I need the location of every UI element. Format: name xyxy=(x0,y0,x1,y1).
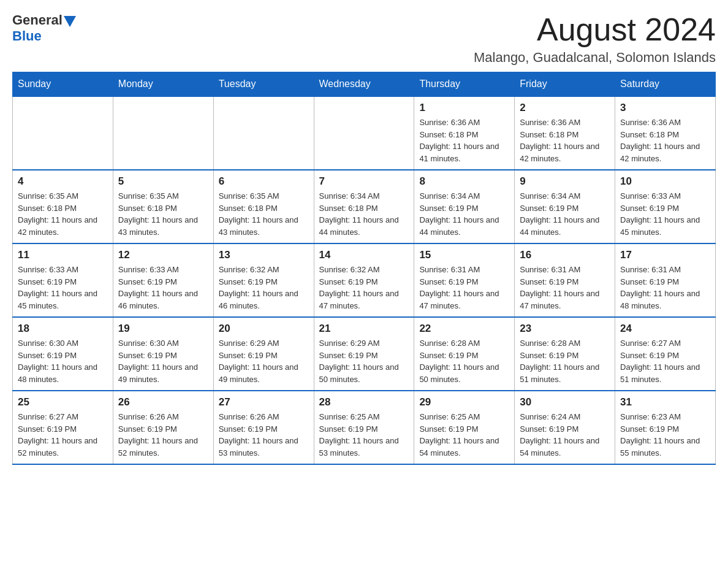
day-number: 9 xyxy=(520,175,610,188)
day-info: Sunrise: 6:33 AM Sunset: 6:19 PM Dayligh… xyxy=(118,264,208,312)
logo-general-text: General xyxy=(12,12,63,28)
calendar-header-wednesday: Wednesday xyxy=(314,72,414,97)
day-number: 26 xyxy=(118,396,208,408)
calendar-cell: 30Sunrise: 6:24 AM Sunset: 6:19 PM Dayli… xyxy=(515,391,615,464)
day-number: 28 xyxy=(319,396,409,408)
calendar-cell: 13Sunrise: 6:32 AM Sunset: 6:19 PM Dayli… xyxy=(213,243,314,317)
day-info: Sunrise: 6:35 AM Sunset: 6:18 PM Dayligh… xyxy=(18,190,108,238)
day-info: Sunrise: 6:24 AM Sunset: 6:19 PM Dayligh… xyxy=(520,411,610,459)
day-number: 10 xyxy=(620,175,710,188)
day-number: 19 xyxy=(118,323,208,335)
day-number: 5 xyxy=(118,175,208,188)
calendar-cell: 2Sunrise: 6:36 AM Sunset: 6:18 PM Daylig… xyxy=(515,96,615,170)
calendar-cell xyxy=(13,96,113,170)
calendar-cell: 29Sunrise: 6:25 AM Sunset: 6:19 PM Dayli… xyxy=(414,391,515,464)
calendar-cell: 18Sunrise: 6:30 AM Sunset: 6:19 PM Dayli… xyxy=(13,317,113,391)
calendar-week-4: 18Sunrise: 6:30 AM Sunset: 6:19 PM Dayli… xyxy=(13,317,716,391)
day-number: 16 xyxy=(520,249,610,261)
day-info: Sunrise: 6:34 AM Sunset: 6:19 PM Dayligh… xyxy=(520,190,610,238)
calendar-cell: 5Sunrise: 6:35 AM Sunset: 6:18 PM Daylig… xyxy=(113,170,213,243)
calendar-header-thursday: Thursday xyxy=(414,72,515,97)
calendar-header-friday: Friday xyxy=(515,72,615,97)
day-info: Sunrise: 6:34 AM Sunset: 6:19 PM Dayligh… xyxy=(419,190,509,238)
day-number: 22 xyxy=(419,323,509,335)
day-number: 29 xyxy=(419,396,509,408)
day-info: Sunrise: 6:27 AM Sunset: 6:19 PM Dayligh… xyxy=(18,411,108,459)
day-info: Sunrise: 6:35 AM Sunset: 6:18 PM Dayligh… xyxy=(118,190,208,238)
day-info: Sunrise: 6:28 AM Sunset: 6:19 PM Dayligh… xyxy=(520,337,610,385)
calendar-cell: 16Sunrise: 6:31 AM Sunset: 6:19 PM Dayli… xyxy=(515,243,615,317)
calendar-table: SundayMondayTuesdayWednesdayThursdayFrid… xyxy=(12,72,716,465)
calendar-cell: 3Sunrise: 6:36 AM Sunset: 6:18 PM Daylig… xyxy=(615,96,716,170)
day-number: 17 xyxy=(620,249,710,261)
day-info: Sunrise: 6:26 AM Sunset: 6:19 PM Dayligh… xyxy=(219,411,309,459)
day-number: 6 xyxy=(219,175,309,188)
day-number: 23 xyxy=(520,323,610,335)
day-number: 8 xyxy=(419,175,509,188)
calendar-cell: 15Sunrise: 6:31 AM Sunset: 6:19 PM Dayli… xyxy=(414,243,515,317)
location-subtitle: Malango, Guadalcanal, Solomon Islands xyxy=(474,50,716,66)
day-number: 24 xyxy=(620,323,710,335)
day-number: 3 xyxy=(620,102,710,114)
calendar-week-3: 11Sunrise: 6:33 AM Sunset: 6:19 PM Dayli… xyxy=(13,243,716,317)
day-info: Sunrise: 6:25 AM Sunset: 6:19 PM Dayligh… xyxy=(319,411,409,459)
calendar-cell: 8Sunrise: 6:34 AM Sunset: 6:19 PM Daylig… xyxy=(414,170,515,243)
page-header: General Blue August 2024 Malango, Guadal… xyxy=(12,12,716,66)
day-info: Sunrise: 6:30 AM Sunset: 6:19 PM Dayligh… xyxy=(18,337,108,385)
calendar-cell: 27Sunrise: 6:26 AM Sunset: 6:19 PM Dayli… xyxy=(213,391,314,464)
day-info: Sunrise: 6:33 AM Sunset: 6:19 PM Dayligh… xyxy=(620,190,710,238)
day-number: 15 xyxy=(419,249,509,261)
calendar-cell: 4Sunrise: 6:35 AM Sunset: 6:18 PM Daylig… xyxy=(13,170,113,243)
calendar-week-1: 1Sunrise: 6:36 AM Sunset: 6:18 PM Daylig… xyxy=(13,96,716,170)
day-info: Sunrise: 6:32 AM Sunset: 6:19 PM Dayligh… xyxy=(319,264,409,312)
calendar-header-tuesday: Tuesday xyxy=(213,72,314,97)
logo-triangle-icon xyxy=(64,16,76,27)
calendar-cell: 9Sunrise: 6:34 AM Sunset: 6:19 PM Daylig… xyxy=(515,170,615,243)
calendar-cell: 6Sunrise: 6:35 AM Sunset: 6:18 PM Daylig… xyxy=(213,170,314,243)
calendar-cell: 7Sunrise: 6:34 AM Sunset: 6:18 PM Daylig… xyxy=(314,170,414,243)
day-info: Sunrise: 6:33 AM Sunset: 6:19 PM Dayligh… xyxy=(18,264,108,312)
day-info: Sunrise: 6:25 AM Sunset: 6:19 PM Dayligh… xyxy=(419,411,509,459)
calendar-cell: 11Sunrise: 6:33 AM Sunset: 6:19 PM Dayli… xyxy=(13,243,113,317)
day-info: Sunrise: 6:29 AM Sunset: 6:19 PM Dayligh… xyxy=(219,337,309,385)
calendar-cell: 21Sunrise: 6:29 AM Sunset: 6:19 PM Dayli… xyxy=(314,317,414,391)
calendar-cell: 25Sunrise: 6:27 AM Sunset: 6:19 PM Dayli… xyxy=(13,391,113,464)
day-number: 14 xyxy=(319,249,409,261)
day-info: Sunrise: 6:28 AM Sunset: 6:19 PM Dayligh… xyxy=(419,337,509,385)
calendar-cell: 26Sunrise: 6:26 AM Sunset: 6:19 PM Dayli… xyxy=(113,391,213,464)
calendar-cell: 14Sunrise: 6:32 AM Sunset: 6:19 PM Dayli… xyxy=(314,243,414,317)
day-number: 4 xyxy=(18,175,108,188)
day-info: Sunrise: 6:36 AM Sunset: 6:18 PM Dayligh… xyxy=(620,117,710,164)
day-info: Sunrise: 6:36 AM Sunset: 6:18 PM Dayligh… xyxy=(520,117,610,164)
calendar-cell: 31Sunrise: 6:23 AM Sunset: 6:19 PM Dayli… xyxy=(615,391,716,464)
day-number: 13 xyxy=(219,249,309,261)
day-number: 30 xyxy=(520,396,610,408)
calendar-cell: 20Sunrise: 6:29 AM Sunset: 6:19 PM Dayli… xyxy=(213,317,314,391)
day-number: 12 xyxy=(118,249,208,261)
calendar-header-monday: Monday xyxy=(113,72,213,97)
calendar-cell: 17Sunrise: 6:31 AM Sunset: 6:19 PM Dayli… xyxy=(615,243,716,317)
day-number: 7 xyxy=(319,175,409,188)
day-info: Sunrise: 6:23 AM Sunset: 6:19 PM Dayligh… xyxy=(620,411,710,459)
day-number: 18 xyxy=(18,323,108,335)
day-info: Sunrise: 6:31 AM Sunset: 6:19 PM Dayligh… xyxy=(620,264,710,312)
day-info: Sunrise: 6:27 AM Sunset: 6:19 PM Dayligh… xyxy=(620,337,710,385)
calendar-cell xyxy=(314,96,414,170)
day-info: Sunrise: 6:36 AM Sunset: 6:18 PM Dayligh… xyxy=(419,117,509,164)
day-number: 2 xyxy=(520,102,610,114)
day-info: Sunrise: 6:35 AM Sunset: 6:18 PM Dayligh… xyxy=(219,190,309,238)
day-number: 21 xyxy=(319,323,409,335)
day-info: Sunrise: 6:31 AM Sunset: 6:19 PM Dayligh… xyxy=(419,264,509,312)
day-info: Sunrise: 6:31 AM Sunset: 6:19 PM Dayligh… xyxy=(520,264,610,312)
day-info: Sunrise: 6:30 AM Sunset: 6:19 PM Dayligh… xyxy=(118,337,208,385)
title-block: August 2024 Malango, Guadalcanal, Solomo… xyxy=(474,12,716,66)
day-info: Sunrise: 6:29 AM Sunset: 6:19 PM Dayligh… xyxy=(319,337,409,385)
day-info: Sunrise: 6:26 AM Sunset: 6:19 PM Dayligh… xyxy=(118,411,208,459)
calendar-cell xyxy=(113,96,213,170)
calendar-cell: 22Sunrise: 6:28 AM Sunset: 6:19 PM Dayli… xyxy=(414,317,515,391)
day-number: 20 xyxy=(219,323,309,335)
day-number: 25 xyxy=(18,396,108,408)
day-number: 1 xyxy=(419,102,509,114)
calendar-cell: 12Sunrise: 6:33 AM Sunset: 6:19 PM Dayli… xyxy=(113,243,213,317)
calendar-week-2: 4Sunrise: 6:35 AM Sunset: 6:18 PM Daylig… xyxy=(13,170,716,243)
